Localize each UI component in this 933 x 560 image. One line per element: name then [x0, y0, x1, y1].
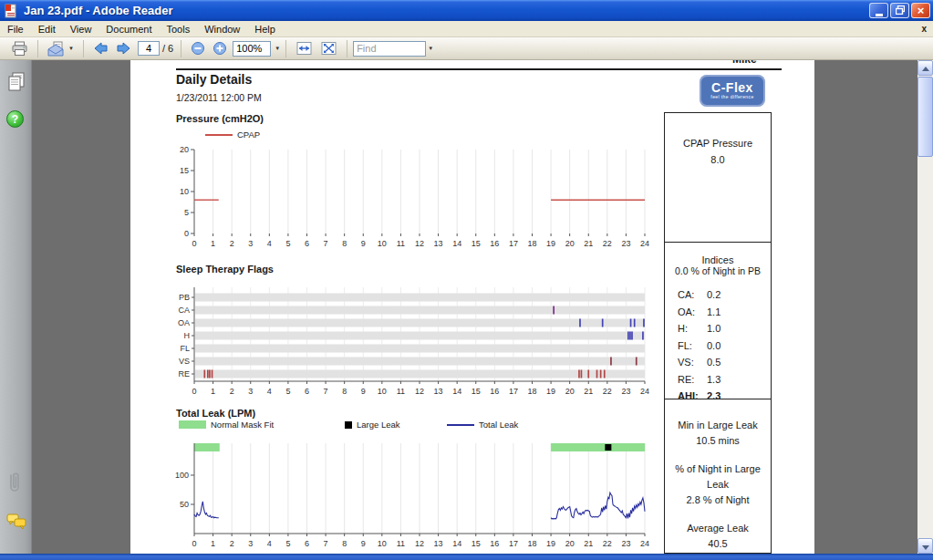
pages-panel-icon[interactable]: [6, 71, 26, 93]
menu-file[interactable]: File: [0, 22, 31, 36]
fit-page-button[interactable]: [318, 39, 339, 57]
restore-button[interactable]: [890, 3, 909, 18]
total-leak-swatch: [447, 424, 474, 426]
help-icon[interactable]: ?: [6, 110, 24, 128]
page-number-input[interactable]: [138, 41, 160, 56]
svg-text:15: 15: [180, 166, 189, 175]
svg-text:4: 4: [267, 387, 272, 396]
scroll-down-button[interactable]: [917, 538, 933, 554]
svg-text:19: 19: [546, 387, 555, 396]
svg-text:FL: FL: [180, 344, 190, 353]
svg-text:0: 0: [192, 539, 196, 548]
flags-chart: PBCAOAHFLVSRE012345678910111213141516171…: [176, 278, 650, 401]
scroll-up-button[interactable]: [917, 60, 933, 76]
svg-text:7: 7: [324, 239, 328, 248]
page-count-label: / 6: [162, 43, 173, 54]
cpap-legend-label: CPAP: [237, 130, 260, 140]
email-dropdown-caret: ▼: [68, 46, 74, 51]
total-leak-label: Total Leak: [479, 420, 518, 430]
document-page: Mike Daily Details 1/23/2011 12:00 PM C-…: [130, 60, 814, 554]
indices-rows: CA:0.2OA:1.1H:1.0FL:0.0VS:0.5RE:1.3: [678, 289, 771, 390]
svg-text:12: 12: [415, 239, 424, 248]
svg-text:CA: CA: [178, 306, 190, 315]
svg-text:20: 20: [180, 145, 189, 154]
minimize-button[interactable]: [869, 3, 888, 18]
report-datetime: 1/23/2011 12:00 PM: [176, 92, 262, 103]
menu-tools[interactable]: Tools: [160, 22, 198, 36]
svg-text:0: 0: [192, 387, 196, 396]
fit-width-button[interactable]: [294, 39, 315, 57]
cpap-pressure-box: CPAP Pressure 8.0: [664, 112, 772, 243]
svg-text:16: 16: [490, 387, 499, 396]
zoom-out-button[interactable]: [189, 39, 207, 57]
document-workspace: ? Mike Daily Details 1/23/2011 12:00 PM …: [0, 60, 933, 554]
menu-document[interactable]: Document: [98, 22, 159, 36]
indices-subtitle: 0.0 % of Night in PB: [665, 265, 771, 276]
vertical-scrollbar[interactable]: [917, 60, 933, 554]
title-bar: Jan 23.pdf - Adobe Reader ×: [0, 0, 933, 21]
svg-text:24: 24: [640, 387, 649, 396]
menu-bar-close-button[interactable]: x: [921, 24, 927, 34]
svg-text:13: 13: [434, 239, 443, 248]
cflex-logo: C-Flex feel the difference: [700, 75, 765, 107]
window-bottom-border: [0, 554, 933, 560]
print-button[interactable]: [9, 39, 30, 58]
navigation-strip: ?: [0, 60, 32, 554]
svg-text:3: 3: [248, 539, 253, 548]
svg-text:14: 14: [452, 239, 461, 248]
svg-text:14: 14: [452, 539, 461, 548]
comments-icon[interactable]: [6, 513, 26, 530]
toolbar-separator: [83, 40, 84, 57]
pressure-legend: CPAP: [205, 130, 260, 140]
zoom-in-button[interactable]: [211, 39, 229, 57]
svg-text:18: 18: [527, 539, 536, 548]
report-title: Daily Details: [176, 72, 252, 87]
svg-text:1: 1: [211, 539, 215, 548]
menu-window[interactable]: Window: [197, 22, 247, 36]
svg-text:17: 17: [509, 539, 518, 548]
svg-text:2: 2: [230, 239, 234, 248]
svg-text:16: 16: [490, 239, 499, 248]
attachments-paperclip-icon[interactable]: [6, 471, 23, 494]
menu-bar-items: FileEditViewDocumentToolsWindowHelp: [0, 22, 283, 36]
leak-chart-title: Total Leak (LPM): [176, 408, 255, 419]
svg-text:20: 20: [565, 387, 575, 396]
svg-text:11: 11: [397, 387, 405, 396]
next-page-button[interactable]: [114, 39, 133, 57]
svg-text:21: 21: [584, 539, 593, 548]
svg-text:24: 24: [640, 239, 649, 248]
svg-text:9: 9: [361, 239, 366, 248]
menu-help[interactable]: Help: [247, 22, 283, 36]
printer-icon: [11, 41, 28, 57]
svg-text:15: 15: [472, 539, 481, 548]
find-dropdown-caret[interactable]: ▼: [428, 46, 433, 51]
leak-stat: Min in Large Leak10.5 mins: [665, 418, 771, 449]
scrollbar-thumb[interactable]: [917, 77, 933, 157]
toolbar: ▼ / 6: [0, 37, 933, 60]
previous-page-button[interactable]: [91, 39, 110, 57]
index-row: H:1.0: [678, 323, 771, 340]
svg-text:0: 0: [184, 229, 189, 238]
email-icon: [47, 41, 67, 57]
svg-text:3: 3: [248, 387, 253, 396]
close-button[interactable]: ×: [911, 3, 930, 18]
normal-mask-fit-swatch: [179, 420, 206, 429]
svg-text:7: 7: [324, 539, 328, 548]
toolbar-separator: [37, 40, 38, 57]
menu-view[interactable]: View: [63, 22, 99, 36]
find-input[interactable]: [353, 41, 426, 57]
svg-text:10: 10: [378, 539, 387, 548]
pdf-file-icon: [4, 4, 18, 18]
svg-text:21: 21: [584, 387, 593, 396]
menu-edit[interactable]: Edit: [31, 22, 63, 36]
indices-title: Indices: [665, 254, 771, 265]
svg-text:24: 24: [640, 539, 649, 548]
svg-text:4: 4: [267, 239, 272, 248]
email-button[interactable]: ▼: [46, 39, 76, 58]
svg-text:VS: VS: [179, 357, 190, 366]
zoom-dropdown-caret[interactable]: ▼: [275, 46, 280, 51]
svg-text:5: 5: [285, 239, 290, 248]
svg-text:1: 1: [211, 239, 215, 248]
svg-text:12: 12: [415, 387, 424, 396]
zoom-level-combo[interactable]: 100%: [233, 41, 271, 57]
